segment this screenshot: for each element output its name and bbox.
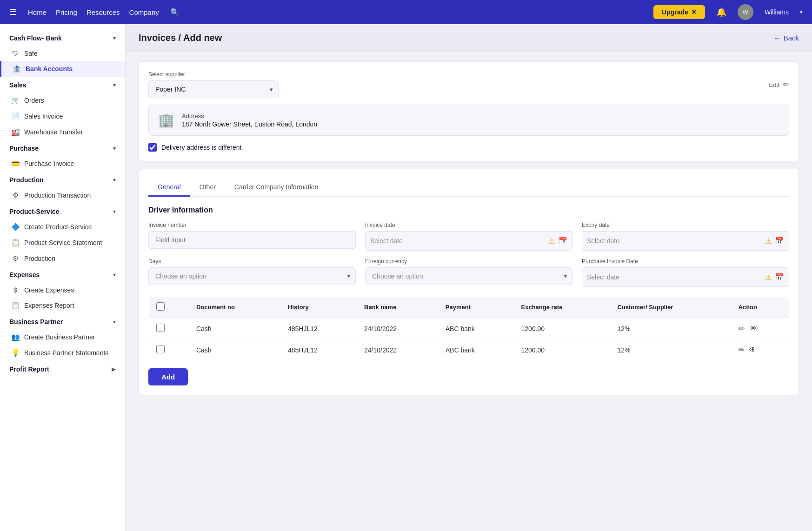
hamburger-icon[interactable]: ☰	[9, 7, 17, 17]
supplier-select-wrapper: Poper INC ▾	[148, 80, 279, 98]
tab-carrier-company[interactable]: Carrier Company Information	[225, 179, 328, 197]
production-transaction-icon: ⚙	[11, 191, 20, 199]
purchase-invoice-date-wrapper: Select date ⚠ 📅	[582, 267, 789, 287]
days-select[interactable]: Choose an option	[148, 267, 356, 285]
days-select-wrap: Choose an option ▾	[148, 267, 356, 285]
sidebar-section-profit-report-title: Profit Report	[9, 365, 49, 373]
sidebar-section-business-partner-title: Business Partner	[9, 318, 63, 325]
address-value: 187 North Gower Street, Euston Road, Lon…	[182, 120, 317, 128]
tab-general[interactable]: General	[148, 179, 190, 197]
driver-information-title: Driver Information	[148, 206, 789, 214]
invoice-number-input[interactable]	[148, 231, 356, 249]
row2-history: 485HJL12	[280, 339, 357, 361]
row2-action-icons: ✏ 👁	[739, 345, 781, 354]
edit-pencil-icon[interactable]: ✏	[783, 80, 789, 89]
sidebar-section-cashflow[interactable]: Cash Flow- Bank ▾	[0, 30, 125, 46]
delivery-checkbox-label: Delivery address is different	[161, 144, 241, 151]
select-all-checkbox[interactable]	[156, 302, 165, 311]
expiry-date-field: Expiry date Select date ⚠ 📅	[582, 222, 789, 251]
sidebar-item-safe-label: Safe	[24, 50, 38, 57]
sidebar-item-production-transaction[interactable]: ⚙ Production Transaction	[0, 187, 125, 203]
delivery-checkbox[interactable]	[148, 143, 157, 152]
sidebar-item-purchase-invoice[interactable]: 💳 Purchase Invoice	[0, 156, 125, 172]
sidebar-item-production-transaction-label: Production Transaction	[24, 192, 91, 199]
row1-action: ✏ 👁	[731, 318, 789, 339]
invoice-date-label: Invoice date	[365, 222, 572, 228]
user-name: Williams	[765, 8, 789, 16]
sidebar-item-expenses-report-label: Expenses Report	[24, 302, 74, 309]
sidebar-section-business-partner[interactable]: Business Partner ▾	[0, 313, 125, 329]
nav-home[interactable]: Home	[28, 8, 47, 16]
breadcrumb: Invoices / Add new	[139, 33, 222, 43]
sidebar-item-sales-invoice[interactable]: 📄 Sales Invoice	[0, 108, 125, 124]
sidebar-item-create-business-partner[interactable]: 👥 Create Business Partner	[0, 329, 125, 345]
sidebar-item-bank-accounts[interactable]: 🏦 Bank Accounts	[0, 61, 125, 77]
tab-other[interactable]: Other	[190, 179, 225, 197]
edit-button[interactable]: Edit	[769, 81, 779, 88]
th-action: Action	[731, 297, 789, 318]
table-row: Cash 485HJL12 24/10/2022 ABC bank 1200.0…	[149, 339, 789, 361]
days-label: Days	[148, 258, 356, 265]
row2-view-icon[interactable]: 👁	[749, 346, 757, 354]
back-button[interactable]: ← Back	[774, 34, 799, 42]
nav-company[interactable]: Company	[129, 8, 159, 16]
sidebar-section-product-service[interactable]: Product-Service ▾	[0, 203, 125, 219]
user-menu-chevron-icon[interactable]: ▾	[800, 9, 803, 15]
sidebar-section-sales[interactable]: Sales ▾	[0, 77, 125, 93]
sidebar-section-purchase[interactable]: Purchase ▾	[0, 140, 125, 156]
row1-view-icon[interactable]: 👁	[749, 325, 757, 333]
sidebar-item-business-partner-statements[interactable]: 💡 Business Partner Statements	[0, 345, 125, 361]
tabs: General Other Carrier Company Informatio…	[148, 179, 789, 197]
row1-edit-icon[interactable]: ✏	[739, 324, 745, 333]
foreign-currency-select[interactable]: Choose an option	[365, 267, 572, 285]
invoice-date-field: Invoice date Select date ⚠ 📅	[365, 222, 572, 251]
select-supplier-label: Select supplier	[148, 71, 279, 78]
sidebar-item-create-business-partner-label: Create Business Partner	[24, 333, 95, 341]
row2-document-no: Cash	[189, 339, 280, 361]
invoice-date-calendar-icon[interactable]: 📅	[559, 237, 567, 245]
sidebar-item-create-product-service[interactable]: 🔷 Create Product-Service	[0, 219, 125, 235]
sidebar-section-sales-title: Sales	[9, 81, 27, 89]
upgrade-button[interactable]: Upgrade ✳	[653, 5, 705, 19]
create-business-partner-icon: 👥	[11, 333, 20, 341]
notification-bell-icon[interactable]: 🔔	[716, 7, 726, 17]
sidebar-item-expenses-report[interactable]: 📋 Expenses Report	[0, 298, 125, 313]
purchase-invoice-date-label: Purchase Invoice Date	[582, 258, 789, 265]
add-button[interactable]: Add	[148, 368, 188, 385]
row2-payment: ABC bank	[438, 339, 514, 361]
edit-area: Edit ✏	[769, 80, 789, 89]
sidebar-section-production[interactable]: Production ▾	[0, 172, 125, 187]
warehouse-icon: 🏭	[11, 128, 20, 136]
nav-pricing[interactable]: Pricing	[56, 8, 77, 16]
expiry-date-calendar-icon[interactable]: 📅	[775, 237, 784, 245]
delivery-checkbox-row: Delivery address is different	[148, 143, 789, 152]
supplier-select[interactable]: Poper INC	[148, 80, 279, 98]
row2-action: ✏ 👁	[731, 339, 789, 361]
sidebar-item-production[interactable]: ⚙ Production	[0, 251, 125, 266]
th-customer-supplier: Customer/ Supplier	[610, 297, 731, 318]
data-table: Document no History Bank name Payment Ex…	[148, 296, 789, 361]
business-partner-statements-icon: 💡	[11, 349, 20, 357]
sidebar-item-create-expenses[interactable]: $ Create Expenses	[0, 282, 125, 298]
expenses-chevron-icon: ▾	[113, 272, 116, 278]
purchase-invoice-date-warning-icon: ⚠	[765, 273, 772, 282]
sidebar-item-safe[interactable]: 🛡 Safe	[0, 46, 125, 61]
row2-checkbox[interactable]	[156, 345, 165, 353]
nav-resources[interactable]: Resources	[87, 8, 120, 16]
row2-edit-icon[interactable]: ✏	[739, 345, 745, 354]
row1-checkbox[interactable]	[156, 324, 165, 332]
sidebar-item-warehouse-transfer[interactable]: 🏭 Warehouse Transfer	[0, 124, 125, 140]
sidebar-item-product-service-statement[interactable]: 📋 Product-Service Statement	[0, 235, 125, 251]
sidebar-section-profit-report[interactable]: Profit Report ▶	[0, 361, 125, 377]
sidebar-section-production-title: Production	[9, 176, 44, 184]
sidebar-item-orders[interactable]: 🛒 Orders	[0, 93, 125, 108]
search-icon[interactable]: 🔍	[170, 8, 180, 17]
purchase-invoice-date-calendar-icon[interactable]: 📅	[775, 273, 784, 281]
top-nav: ☰ Home Pricing Resources Company 🔍 Upgra…	[0, 0, 812, 24]
row2-exchange-rate: 1200.00	[514, 339, 610, 361]
supplier-card: Select supplier Poper INC ▾ Edit ✏	[139, 61, 799, 161]
sidebar-item-bank-accounts-label: Bank Accounts	[26, 65, 73, 73]
sidebar-item-create-product-service-label: Create Product-Service	[24, 223, 92, 231]
row1-payment: ABC bank	[438, 318, 514, 339]
sidebar-section-expenses[interactable]: Expenses ▾	[0, 266, 125, 282]
